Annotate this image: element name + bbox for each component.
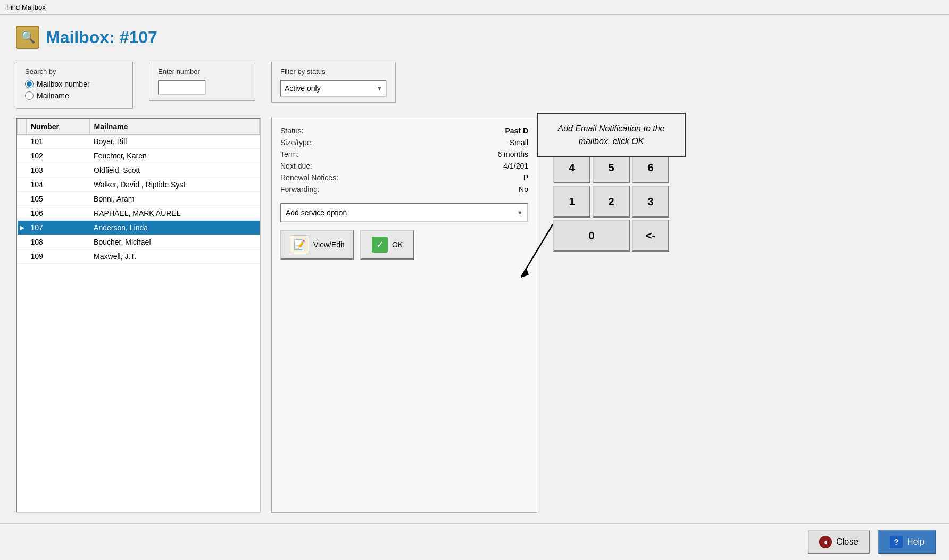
search-by-group: Search by Mailbox number Mailname [16,62,133,109]
footer: ● Close ? Help [0,523,949,560]
table-row[interactable]: 104 Walker, David , Riptide Syst [18,178,260,192]
detail-nextdue-row: Next due: 4/1/201 [280,162,528,170]
col-mailname: Mailname [89,119,259,135]
ok-button[interactable]: ✓ OK [360,230,414,260]
forwarding-value: No [519,185,528,194]
mailbox-table[interactable]: Number Mailname 101 Boyer, Bill 102 [16,118,261,513]
search-row: Search by Mailbox number Mailname Enter … [16,62,933,109]
table-header-row: Number Mailname [18,119,260,135]
window-title: Find Mailbox [6,3,46,11]
nextdue-value: 4/1/201 [503,162,528,170]
row-name-selected: Anderson, Linda [89,221,259,235]
size-label: Size/type: [280,138,360,147]
service-select-wrapper: Add service option Email Notification Pa… [280,203,528,222]
radio-mailbox-number[interactable]: Mailbox number [25,80,124,88]
row-number: 109 [27,249,90,264]
row-number: 104 [27,178,90,192]
term-label: Term: [280,150,360,158]
number-input[interactable] [158,80,206,95]
title-bar: Find Mailbox [0,0,949,15]
status-value: Past D [505,127,528,135]
row-number-selected: 107 [27,221,90,235]
numpad-2[interactable]: 2 [593,186,630,218]
radio-mailname-input[interactable] [25,91,34,100]
radio-mailbox-number-input[interactable] [25,80,34,88]
enter-number-label: Enter number [158,68,246,76]
filter-status-group: Filter by status Active only All Inactiv… [271,62,396,103]
row-arrow-selected: ▶ [18,221,27,235]
nextdue-label: Next due: [280,162,360,170]
help-icon: ? [890,536,903,548]
row-name: Oldfield, Scott [89,163,259,178]
row-number: 108 [27,235,90,249]
radio-mailbox-number-label: Mailbox number [37,80,90,88]
renewal-value: P [523,173,528,182]
row-name: RAPHAEL, MARK AUREL [89,206,259,221]
radio-mailname[interactable]: Mailname [25,91,124,100]
detail-panel: Status: Past D Size/type: Small Term: 6 … [271,118,537,513]
filter-select-wrapper: Active only All Inactive only [280,80,387,97]
detail-term-row: Term: 6 months [280,150,528,158]
table-row[interactable]: 101 Boyer, Bill [18,135,260,149]
row-arrow [18,135,27,149]
row-number: 105 [27,192,90,206]
forwarding-label: Forwarding: [280,185,360,194]
row-name: Walker, David , Riptide Syst [89,178,259,192]
page-header: 🔍 Mailbox: #107 [16,26,933,49]
help-button[interactable]: ? Help [878,530,936,554]
numpad-3[interactable]: 3 [632,186,669,218]
table-row[interactable]: 105 Bonni, Aram [18,192,260,206]
row-name: Feuchter, Karen [89,149,259,163]
col-number: Number [27,119,90,135]
row-name: Boyer, Bill [89,135,259,149]
ok-check-icon: ✓ [372,237,388,253]
row-name: Boucher, Michael [89,235,259,249]
filter-select[interactable]: Active only All Inactive only [280,80,387,97]
numpad-1[interactable]: 1 [553,186,590,218]
table-row[interactable]: 102 Feuchter, Karen [18,149,260,163]
close-button[interactable]: ● Close [808,530,870,554]
view-edit-button[interactable]: 📝 View/Edit [280,230,354,260]
search-by-label: Search by [25,68,124,76]
table-body: 101 Boyer, Bill 102 Feuchter, Karen 103 … [18,135,260,264]
row-number: 103 [27,163,90,178]
detail-forwarding-row: Forwarding: No [280,185,528,194]
detail-renewal-row: Renewal Notices: P [280,173,528,182]
row-arrow [18,206,27,221]
table-row[interactable]: 103 Oldfield, Scott [18,163,260,178]
tooltip-box: Add Email Notification to the mailbox, c… [537,113,686,157]
size-value: Small [510,138,528,147]
body-row: Number Mailname 101 Boyer, Bill 102 [16,118,933,513]
radio-mailname-label: Mailname [37,91,69,100]
view-edit-icon: 📝 [290,235,309,254]
numpad-backspace[interactable]: <- [632,220,669,252]
ok-label: OK [392,240,403,249]
page-title: Mailbox: #107 [46,28,157,47]
table-row[interactable]: 106 RAPHAEL, MARK AUREL [18,206,260,221]
detail-size-row: Size/type: Small [280,138,528,147]
row-arrow [18,163,27,178]
row-number: 101 [27,135,90,149]
table-row-selected[interactable]: ▶ 107 Anderson, Linda [18,221,260,235]
row-arrow [18,235,27,249]
help-label: Help [907,537,925,547]
main-content: 🔍 Mailbox: #107 Search by Mailbox number… [0,15,949,523]
mailbox-data-table: Number Mailname 101 Boyer, Bill 102 [17,119,260,264]
row-arrow [18,178,27,192]
detail-status-row: Status: Past D [280,127,528,135]
tooltip-text: Add Email Notification to the mailbox, c… [558,124,665,146]
table-row[interactable]: 108 Boucher, Michael [18,235,260,249]
service-select[interactable]: Add service option Email Notification Pa… [280,203,528,222]
close-icon: ● [819,536,832,548]
row-arrow [18,192,27,206]
row-name: Bonni, Aram [89,192,259,206]
numpad-0[interactable]: 0 [553,220,630,252]
status-label: Status: [280,127,360,135]
mailbox-icon: 🔍 [16,26,39,49]
filter-status-label: Filter by status [280,68,387,76]
close-label: Close [836,537,858,547]
row-name: Maxwell, J.T. [89,249,259,264]
svg-marker-1 [521,267,529,278]
table-row[interactable]: 109 Maxwell, J.T. [18,249,260,264]
row-arrow [18,149,27,163]
